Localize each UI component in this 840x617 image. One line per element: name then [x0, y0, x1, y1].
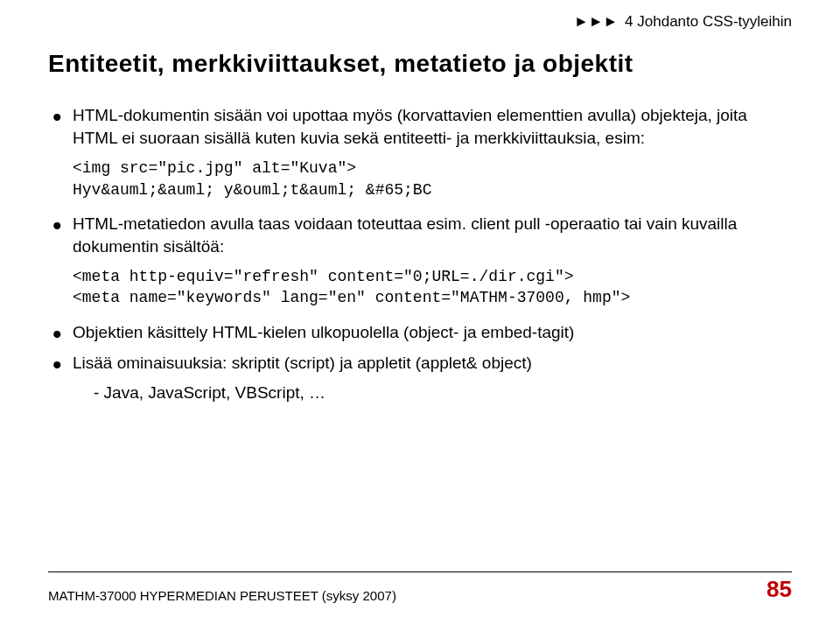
breadcrumb: ►►► 4 Johdanto CSS-tyyleihin: [48, 13, 792, 31]
breadcrumb-arrows: ►►►: [574, 13, 618, 30]
bullet-2: HTML-metatiedon avulla taas voidaan tote…: [48, 213, 792, 257]
bullet-3: Objektien käsittely HTML-kielen ulkopuol…: [48, 321, 792, 344]
content-list: HTML-dokumentin sisään voi upottaa myös …: [48, 104, 792, 149]
footer: MATHM-37000 HYPERMEDIAN PERUSTEET (syksy…: [48, 571, 792, 603]
bullet-4-text: Lisää ominaisuuksia: skriptit (script) j…: [73, 354, 532, 372]
footer-left: MATHM-37000 HYPERMEDIAN PERUSTEET (syksy…: [48, 588, 396, 603]
page-title: Entiteetit, merkkiviittaukset, metatieto…: [48, 50, 792, 78]
code-block-2: <meta http-equiv="refresh" content="0;UR…: [73, 266, 792, 309]
page-number: 85: [766, 576, 792, 603]
breadcrumb-text: 4 Johdanto CSS-tyyleihin: [625, 13, 792, 30]
sub-bullet-1: Java, JavaScript, VBScript, …: [94, 382, 792, 404]
sub-list: Java, JavaScript, VBScript, …: [94, 382, 792, 404]
content-list-3: Objektien käsittely HTML-kielen ulkopuol…: [48, 321, 792, 404]
code-block-1: <img src="pic.jpg" alt="Kuva"> Hyv&auml;…: [73, 158, 792, 200]
content-list-2: HTML-metatiedon avulla taas voidaan tote…: [48, 213, 792, 257]
bullet-4: Lisää ominaisuuksia: skriptit (script) j…: [48, 352, 792, 403]
bullet-1: HTML-dokumentin sisään voi upottaa myös …: [48, 104, 792, 149]
